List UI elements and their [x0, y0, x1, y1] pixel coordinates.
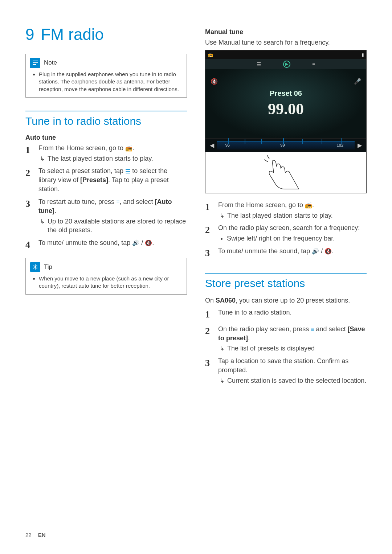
- store-intro: On SA060, you can store up to 20 preset …: [205, 296, 367, 305]
- step-number: 1: [205, 201, 213, 214]
- page-language: EN: [38, 532, 46, 538]
- tip-text: When you move to a new place (such as a …: [39, 275, 182, 290]
- result-arrow-icon: ↳: [220, 377, 224, 385]
- radio-screenshot: 📻 ▮ ☰ ▶ ≡ 🔇 🎤 Preset 06 99.00 ◀ 96: [205, 50, 367, 193]
- step-number: 1: [25, 144, 33, 157]
- step-number: 2: [205, 223, 213, 237]
- sound-off-icon: 🔇: [145, 239, 152, 247]
- list-view-icon: ☰: [125, 168, 130, 176]
- manual-tune-intro: Use Manual tune to search for a frequenc…: [205, 38, 367, 47]
- svg-line-3: [264, 160, 268, 162]
- list-item: 3 Tap a location to save the station. Co…: [205, 357, 367, 385]
- chapter-number: 9: [25, 25, 34, 44]
- radio-icon: 📻: [125, 144, 132, 152]
- tip-callout: ✳ Tip When you move to a new place (such…: [25, 258, 187, 295]
- frequency-bar: ◀ 96 99 102 ▶: [205, 138, 366, 152]
- play-tab-icon: ▶: [283, 61, 290, 68]
- preset-label: Preset 06: [270, 89, 302, 98]
- list-item: 4 To mute/ unmute the sound, tap 🔊 / 🔇.: [25, 238, 187, 251]
- step-number: 1: [205, 308, 213, 321]
- list-item: 2 On the radio play screen, press ≡ and …: [205, 325, 367, 353]
- step-number: 3: [205, 357, 213, 370]
- radio-icon: 📻: [305, 201, 312, 209]
- result-arrow-icon: ↳: [40, 155, 45, 163]
- frequency-value: 99.00: [268, 100, 304, 118]
- manual-tune-subhead: Manual tune: [205, 28, 367, 36]
- result-arrow-icon: ↳: [40, 218, 45, 235]
- section-rule: [25, 111, 187, 111]
- svg-rect-0: [33, 61, 38, 61]
- list-item: 3 To mute/ unmute the sound, tap 🔊 / 🔇.: [205, 247, 367, 260]
- list-item: 1 Tune in to a radio station.: [205, 308, 367, 321]
- page-number: 22: [25, 532, 32, 538]
- svg-rect-2: [33, 64, 36, 65]
- menu-tab-icon: ≡: [312, 61, 315, 67]
- battery-icon: ▮: [362, 52, 364, 57]
- step-number: 4: [25, 238, 33, 251]
- sound-on-icon: 🔊: [132, 239, 139, 247]
- next-arrow-icon: ▶: [355, 142, 365, 149]
- svg-rect-1: [33, 62, 38, 63]
- mic-icon: 🎤: [354, 78, 361, 85]
- note-text: Plug in the supplied earphones when you …: [39, 71, 182, 93]
- tip-icon: ✳: [30, 262, 40, 272]
- auto-tune-steps: 1 From the Home screen, go to 📻. ↳The la…: [25, 144, 187, 251]
- store-steps: 1 Tune in to a radio station. 2 On the r…: [205, 308, 367, 385]
- list-item: 2 On the radio play screen, search for a…: [205, 223, 367, 243]
- sound-on-icon: 🔊: [312, 247, 319, 255]
- chapter-title: 9FM radio: [25, 25, 187, 44]
- status-bar: 📻 ▮: [205, 50, 366, 59]
- result-arrow-icon: ↳: [220, 212, 224, 220]
- auto-tune-subhead: Auto tune: [25, 134, 187, 141]
- section-rule: [205, 273, 367, 274]
- manual-tune-steps: 1 From the Home screen, go to 📻. ↳The la…: [205, 201, 367, 260]
- hand-gesture: [205, 152, 366, 193]
- note-icon: [30, 58, 40, 68]
- radio-display: 🔇 🎤 Preset 06 99.00: [205, 69, 366, 138]
- step-number: 3: [25, 197, 33, 210]
- sound-off-icon: 🔇: [324, 247, 332, 255]
- tip-label: Tip: [44, 263, 52, 271]
- result-arrow-icon: ↳: [220, 345, 224, 353]
- list-item: 1 From the Home screen, go to 📻. ↳The la…: [205, 201, 367, 220]
- radio-status-icon: 📻: [208, 52, 213, 57]
- list-item: 1 From the Home screen, go to 📻. ↳The la…: [25, 144, 187, 163]
- section-store-title: Store preset stations: [205, 277, 367, 290]
- list-tab-icon: ☰: [257, 61, 261, 67]
- page-footer: 22 EN: [25, 532, 46, 538]
- list-item: 2 To select a preset station, tap ☰ to s…: [25, 167, 187, 193]
- list-item: 3 To restart auto tune, press ≡, and sel…: [25, 197, 187, 235]
- step-number: 2: [205, 325, 213, 338]
- mute-icon: 🔇: [211, 78, 218, 85]
- hand-icon: [264, 155, 308, 191]
- step-number: 3: [205, 247, 213, 260]
- radio-tabs: ☰ ▶ ≡: [205, 59, 366, 69]
- svg-line-4: [267, 155, 269, 159]
- prev-arrow-icon: ◀: [207, 142, 217, 149]
- note-callout: Note Plug in the supplied earphones when…: [25, 54, 187, 98]
- section-tune-title: Tune in to radio stations: [25, 115, 187, 127]
- note-label: Note: [44, 59, 57, 67]
- step-number: 2: [25, 167, 33, 180]
- chapter-title-text: FM radio: [41, 25, 104, 43]
- frequency-scale: 96 99 102: [217, 141, 355, 149]
